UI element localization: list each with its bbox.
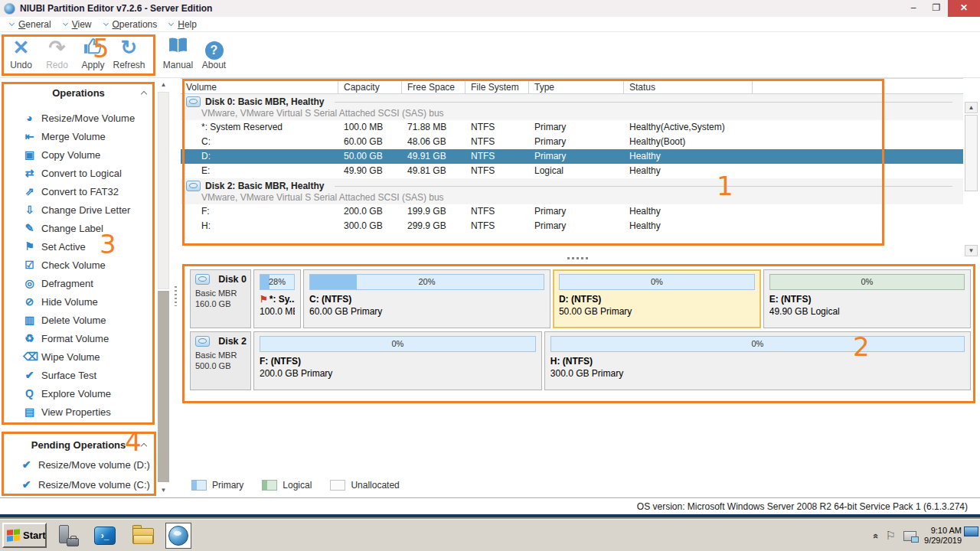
restore-button[interactable]: ❐ (925, 0, 948, 17)
sidebar-item-label: Convert to FAT32 (41, 186, 119, 197)
scrollbar-track[interactable] (158, 291, 169, 482)
sidebar-item-wipe-volume[interactable]: ⌫Wipe Volume (0, 347, 157, 366)
partition-block-cntfs[interactable]: 20%C: (NTFS)60.00 GB Primary (303, 269, 550, 328)
taskbar-item-explorer[interactable] (130, 523, 156, 549)
disk-group-subtitle: VMware, VMware Virtual S Serial Attached… (181, 108, 963, 119)
legend-item-unallocated: Unallocated (330, 480, 399, 491)
sidebar-item-check-volume[interactable]: ☑Check Volume (0, 256, 157, 274)
partition-block-hntfs[interactable]: 0%H: (NTFS)300.0 GB Primary (544, 331, 971, 390)
table-row[interactable]: D:50.00 GB49.91 GBNTFSPrimaryHealthy (181, 149, 963, 164)
scroll-up-icon[interactable]: ▲ (965, 102, 978, 113)
taskbar-item-partition-editor[interactable] (165, 523, 191, 549)
sidebar-item-delete-volume[interactable]: ▥Delete Volume (0, 311, 157, 329)
used-space-bar: 0% (559, 274, 755, 290)
used-space-bar: 0% (550, 336, 965, 352)
table-row[interactable]: *: System Reserved100.0 MB71.88 MBNTFSPr… (181, 120, 963, 135)
sidebar-item-change-drive-letter[interactable]: ⇩Change Drive Letter (0, 201, 157, 219)
sidebar-item-format-volume[interactable]: ♻Format Volume (0, 329, 157, 347)
menu-item-help[interactable]: Help (165, 17, 205, 32)
menu-item-view[interactable]: View (60, 17, 100, 32)
sidebar-item-merge-volume[interactable]: ⇤Merge Volume (0, 127, 157, 145)
disk-info-block[interactable]: Disk 0Basic MBR160.0 GB (190, 269, 251, 328)
scrollbar-thumb[interactable] (965, 115, 978, 191)
cell-type: Logical (529, 164, 624, 178)
scroll-up-icon[interactable]: ▲ (158, 80, 169, 90)
used-space-bar: 0% (769, 274, 965, 290)
sidebar-item-change-label[interactable]: ✎Change Label (0, 219, 157, 237)
column-header-capacity[interactable]: Capacity (338, 79, 402, 93)
sidebar-item-convert-to-logical[interactable]: ⇄Convert to Logical (0, 164, 157, 182)
show-hidden-icons-chevron[interactable]: « (871, 533, 881, 538)
collapse-chevron-icon[interactable] (141, 443, 147, 449)
action-center-flag-icon[interactable]: ⚐ (886, 529, 896, 543)
disk-name: Disk 2 (218, 336, 247, 347)
sidebar-item-label: View Properties (41, 406, 111, 418)
about-button[interactable]: ?About (196, 32, 232, 70)
horizontal-splitter-grip[interactable] (567, 257, 588, 259)
sidebar-item-set-active[interactable]: ⚑Set Active (0, 237, 157, 256)
sidebar-item-defragment[interactable]: ◎Defragment (0, 274, 157, 292)
column-header-filler (753, 79, 963, 93)
minimize-button[interactable]: – (902, 0, 925, 17)
table-row[interactable]: E:49.90 GB49.81 GBNTFSLogicalHealthy (181, 164, 963, 178)
disk-group-row[interactable]: Disk 0: Basic MBR, HealthyVMware, VMware… (181, 94, 963, 120)
partition-block-dntfs[interactable]: 0%D: (NTFS)50.00 GB Primary (553, 269, 761, 328)
sidebar-item-view-properties[interactable]: ▤View Properties (0, 403, 157, 421)
about-icon: ? (196, 36, 232, 60)
pending-operation-item[interactable]: ✔Resize/Move volume (C:) (0, 474, 157, 494)
network-icon[interactable] (903, 531, 916, 541)
taskbar-item-powershell[interactable]: ›_ (92, 523, 118, 549)
table-row[interactable]: F:200.0 GB199.9 GBNTFSPrimaryHealthy (181, 204, 963, 219)
scrollbar-thumb[interactable] (158, 92, 169, 289)
operations-panel-header[interactable]: Operations (0, 84, 157, 103)
taskbar-clock[interactable]: 9:10 AM 9/29/2019 (924, 526, 962, 546)
partition-block-entfs[interactable]: 0%E: (NTFS)49.90 GB Logical (763, 269, 971, 328)
menu-item-general[interactable]: General (6, 17, 60, 32)
title-bar: NIUBI Partition Editor v7.2.6 - Server E… (0, 0, 980, 17)
sidebar-item-explore-volume[interactable]: QExplore Volume (0, 384, 157, 403)
redo-icon: ↷ (39, 36, 75, 60)
collapse-chevron-icon[interactable] (141, 91, 147, 97)
column-header-volume[interactable]: Volume (181, 79, 338, 93)
partition-block-fntfs[interactable]: 0%F: (NTFS)200.0 GB Primary (253, 331, 542, 390)
disk-map-row: Disk 2Basic MBR500.0 GB0%F: (NTFS)200.0 … (190, 331, 971, 390)
refresh-button[interactable]: ↻Refresh (111, 32, 147, 70)
column-header-status[interactable]: Status (624, 79, 753, 93)
close-button[interactable]: ✕ (948, 0, 980, 17)
sidebar-item-hide-volume[interactable]: ⊘Hide Volume (0, 292, 157, 311)
sidebar-scrollbar[interactable]: ▲ ▼ (157, 78, 170, 497)
column-header-type[interactable]: Type (529, 79, 624, 93)
table-scrollbar[interactable]: ▲ ▼ (965, 102, 978, 256)
table-row[interactable]: C:60.00 GB48.06 GBNTFSPrimaryHealthy(Boo… (181, 135, 963, 149)
table-row[interactable]: H:300.0 GB299.9 GBNTFSPrimaryHealthy (181, 219, 963, 233)
undo-button[interactable]: ✕Undo (3, 32, 39, 70)
scroll-down-icon[interactable]: ▼ (158, 485, 169, 496)
pending-panel-header[interactable]: Pending Operations (0, 436, 157, 455)
vertical-splitter[interactable] (170, 78, 181, 497)
cell-cap: 200.0 GB (338, 204, 402, 219)
sidebar-item-resize-move-volume[interactable]: ◕Resize/Move Volume (0, 109, 157, 127)
manual-button[interactable]: Manual (160, 32, 196, 70)
toolbar-button-label: Redo (39, 60, 75, 70)
apply-button[interactable]: Apply (75, 32, 111, 70)
menu-item-operations[interactable]: Operations (100, 17, 166, 32)
legend-swatch-unallocated (330, 480, 345, 491)
pending-operation-item[interactable]: ✔Resize/Move volume (D:) (0, 455, 157, 474)
disk-group-row[interactable]: Disk 2: Basic MBR, HealthyVMware, VMware… (181, 178, 963, 204)
redo-button[interactable]: ↷Redo (39, 32, 75, 70)
column-header-free-space[interactable]: Free Space (402, 79, 466, 93)
explore-volume-icon: Q (23, 387, 36, 399)
disk-info-block[interactable]: Disk 2Basic MBR500.0 GB (190, 331, 251, 390)
show-desktop-button[interactable] (964, 527, 978, 536)
partition-label: F: (NTFS) (260, 356, 536, 367)
partition-block-sy[interactable]: 28%⚑*: Sy...100.0 MB (253, 269, 301, 328)
sidebar-item-copy-volume[interactable]: ▣Copy Volume (0, 145, 157, 164)
column-header-file-system[interactable]: File System (466, 79, 529, 93)
start-button[interactable]: Start (2, 523, 47, 548)
sidebar-item-convert-to-fat32[interactable]: ⇗Convert to FAT32 (0, 182, 157, 201)
sidebar-item-surface-test[interactable]: ✔Surface Test (0, 366, 157, 384)
taskbar-item-server-manager[interactable] (55, 523, 81, 549)
scroll-down-icon[interactable]: ▼ (965, 245, 978, 256)
disk-size: 500.0 GB (195, 360, 247, 371)
splitter-grip-icon[interactable] (175, 286, 177, 306)
